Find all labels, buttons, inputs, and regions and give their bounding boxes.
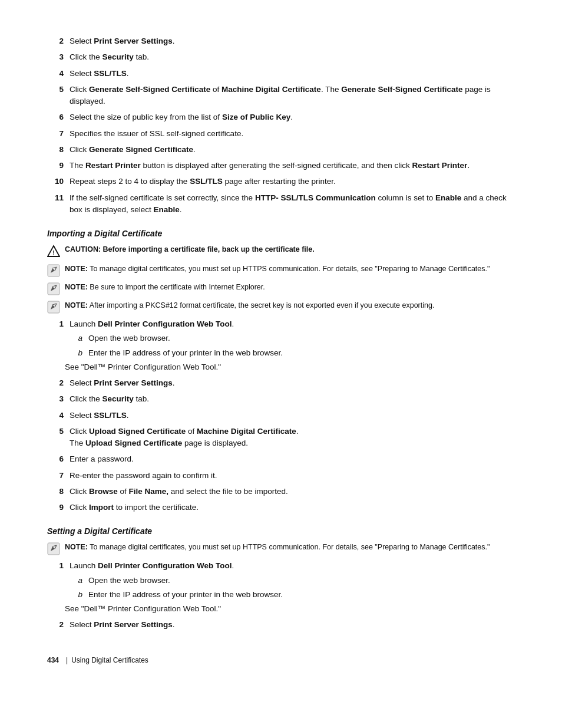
step-10: 10 Repeat steps 2 to 4 to display the SS… [47,176,515,187]
sub-text-b: Enter the IP address of your printer in … [88,347,283,359]
importing-step-num-5: 5 [47,426,64,437]
note-setting-1-text: NOTE: To manage digital certificates, yo… [65,542,515,552]
setting-step-2: 2 Select Print Server Settings. [47,619,515,631]
step-text-9: The Restart Printer button is displayed … [70,160,515,172]
step-3: 3 Click the Security tab. [47,51,515,63]
note-pencil-icon-3 [47,301,60,314]
step-text-3: Click the Security tab. [70,51,515,63]
note-importing-3: NOTE: After importing a PKCS#12 format c… [47,300,515,314]
step-5: 5 Click Generate Self-Signed Certificate… [47,84,515,108]
step-num-7: 7 [47,128,64,140]
caution-triangle-icon: ! [47,245,60,258]
footer-separator: | [66,656,68,664]
step-num-5: 5 [47,84,64,95]
importing-step-num-9: 9 [47,502,64,513]
importing-sub-a: a Open the web browser. [70,332,283,344]
sub-letter-a: a [70,332,82,344]
step-11: 11 If the self-signed certificate is set… [47,192,515,216]
step-7: 7 Specifies the issuer of SSL self-signe… [47,128,515,140]
step-text-7: Specifies the issuer of SSL self-signed … [70,128,515,140]
importing-step-6: 6 Enter a password. [47,453,515,465]
note-importing-1-text: NOTE: To manage digital certificates, yo… [65,263,515,274]
step-8: 8 Click Generate Signed Certificate. [47,144,515,156]
step-num-9: 9 [47,160,64,172]
importing-step-text-3: Click the Security tab. [70,393,515,405]
setting-sub-b: b Enter the IP address of your printer i… [70,589,283,601]
setting-sub-text-b: Enter the IP address of your printer in … [88,589,283,601]
importing-step-3: 3 Click the Security tab. [47,393,515,405]
step-num-10: 10 [47,176,64,187]
footer-label: Using Digital Certificates [71,656,148,664]
importing-step-num-1: 1 [47,318,64,330]
step-text-2: Select Print Server Settings. [70,35,515,47]
note-setting-1: NOTE: To manage digital certificates, yo… [47,542,515,555]
importing-step-5: 5 Click Upload Signed Certificate of Mac… [47,426,515,450]
step-num-8: 8 [47,144,64,156]
importing-step-text-5: Click Upload Signed Certificate of Machi… [70,426,299,437]
step-num-2: 2 [47,35,64,47]
importing-sub-b: b Enter the IP address of your printer i… [70,347,283,359]
caution-label: CAUTION: [65,245,101,253]
step-num-4: 4 [47,68,64,80]
importing-step-num-4: 4 [47,410,64,421]
step-text-5: Click Generate Self-Signed Certificate o… [70,84,515,108]
importing-step-9: 9 Click Import to import the certificate… [47,502,515,513]
note-pencil-icon-2 [47,282,60,295]
note-importing-2: NOTE: Be sure to import the certificate … [47,282,515,295]
importing-step-1: 1 Launch Dell Printer Configuration Web … [47,318,515,373]
importing-step-7: 7 Re-enter the password again to confirm… [47,470,515,482]
steps-importing-list: 1 Launch Dell Printer Configuration Web … [47,318,515,513]
importing-step-5-extra: The Upload Signed Certificate page is di… [70,437,248,449]
importing-step-num-6: 6 [47,453,64,465]
step-num-3: 3 [47,51,64,63]
steps-top-list: 2 Select Print Server Settings. 3 Click … [47,35,515,216]
importing-step-8: 8 Click Browse of File Name, and select … [47,486,515,498]
importing-step-2: 2 Select Print Server Settings. [47,377,515,389]
step-text-8: Click Generate Signed Certificate. [70,144,515,156]
setting-step-text-1: Launch Dell Printer Configuration Web To… [70,560,234,572]
note-pencil-icon-setting-1 [47,542,60,555]
setting-sub-a: a Open the web browser. [70,575,283,587]
importing-step-num-8: 8 [47,486,64,498]
setting-step-text-2: Select Print Server Settings. [70,619,515,631]
importing-step-text-6: Enter a password. [70,453,515,465]
step-9: 9 The Restart Printer button is displaye… [47,160,515,172]
importing-see-also-1: See "Dell™ Printer Configuration Web Too… [65,361,221,373]
caution-importing-box: ! CAUTION: Before importing a certificat… [47,244,515,258]
importing-step-num-3: 3 [47,393,64,405]
footer-page-num: 434 [47,656,59,664]
sub-letter-b: b [70,347,82,359]
step-text-10: Repeat steps 2 to 4 to display the SSL/T… [70,176,515,187]
importing-step-num-2: 2 [47,377,64,389]
importing-step-text-9: Click Import to import the certificate. [70,502,515,513]
importing-step-4: 4 Select SSL/TLS. [47,410,515,421]
importing-step-text-4: Select SSL/TLS. [70,410,515,421]
importing-step-text-2: Select Print Server Settings. [70,377,515,389]
steps-setting-list: 1 Launch Dell Printer Configuration Web … [47,560,515,631]
step-num-6: 6 [47,111,64,123]
note-importing-3-text: NOTE: After importing a PKCS#12 format c… [65,300,515,311]
setting-sub-letter-a: a [70,575,82,587]
note-importing-1: NOTE: To manage digital certificates, yo… [47,263,515,277]
step-text-6: Select the size of public key from the l… [70,111,515,123]
caution-message: Before importing a certificate file, bac… [103,245,315,253]
section-setting-heading: Setting a Digital Certificate [47,526,515,536]
note-importing-2-text: NOTE: Be sure to import the certificate … [65,282,515,292]
importing-step-text-8: Click Browse of File Name, and select th… [70,486,515,498]
step-2: 2 Select Print Server Settings. [47,35,515,47]
svg-text:!: ! [52,249,55,256]
importing-step-text-1: Launch Dell Printer Configuration Web To… [70,318,234,330]
caution-importing-text: CAUTION: Before importing a certificate … [65,244,515,255]
sub-text-a: Open the web browser. [88,332,283,344]
setting-step-1: 1 Launch Dell Printer Configuration Web … [47,560,515,615]
importing-step-num-7: 7 [47,470,64,482]
importing-step-text-7: Re-enter the password again to confirm i… [70,470,515,482]
step-text-4: Select SSL/TLS. [70,68,515,80]
setting-sub-text-a: Open the web browser. [88,575,283,587]
setting-step-num-2: 2 [47,619,64,631]
setting-see-also-1: See "Dell™ Printer Configuration Web Too… [65,603,221,615]
step-6: 6 Select the size of public key from the… [47,111,515,123]
setting-sub-letter-b: b [70,589,82,601]
step-4: 4 Select SSL/TLS. [47,68,515,80]
footer: 434 | Using Digital Certificates [47,656,148,664]
